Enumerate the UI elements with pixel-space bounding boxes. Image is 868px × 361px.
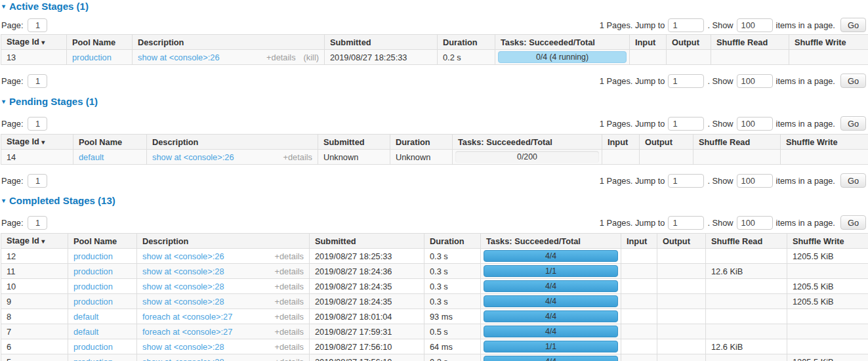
col-pool-name[interactable]: Pool Name bbox=[68, 234, 137, 249]
description-link[interactable]: foreach at <console>:27 bbox=[142, 326, 232, 337]
pending-stages-heading[interactable]: ▾ Pending Stages (1) bbox=[2, 96, 868, 107]
tasks-cell: 4/4 bbox=[481, 354, 621, 361]
details-toggle[interactable]: +details bbox=[275, 341, 304, 352]
completed-stages-heading[interactable]: ▾ Completed Stages (13) bbox=[2, 196, 868, 206]
output-cell bbox=[657, 309, 706, 324]
tasks-cell: 4/4 bbox=[481, 249, 621, 264]
page-number-input[interactable] bbox=[28, 74, 47, 88]
col-duration[interactable]: Duration bbox=[438, 35, 495, 50]
jump-to-page-input[interactable] bbox=[668, 216, 704, 230]
col-submitted[interactable]: Submitted bbox=[318, 135, 390, 150]
col-stage-id[interactable]: Stage Id ▾ bbox=[1, 135, 73, 150]
description-link[interactable]: foreach at <console>:27 bbox=[142, 311, 232, 322]
go-button[interactable]: Go bbox=[840, 18, 866, 32]
page-number-input[interactable] bbox=[28, 117, 47, 131]
sort-desc-icon: ▾ bbox=[41, 138, 45, 146]
pool-name-cell: production bbox=[68, 249, 137, 264]
pool-name-link[interactable]: default bbox=[73, 327, 98, 337]
go-button[interactable]: Go bbox=[840, 74, 866, 88]
items-per-page-input[interactable] bbox=[737, 18, 773, 32]
jump-to-page-input[interactable] bbox=[668, 117, 704, 131]
details-toggle[interactable]: +details bbox=[275, 311, 304, 322]
jump-to-page-input[interactable] bbox=[668, 74, 704, 88]
input-cell bbox=[630, 50, 667, 65]
page-number-input[interactable] bbox=[28, 174, 47, 188]
pool-name-link[interactable]: default bbox=[79, 152, 104, 162]
tasks-progress-bar: 4/4 bbox=[484, 356, 618, 361]
go-button[interactable]: Go bbox=[840, 173, 866, 188]
col-shuffle-read[interactable]: Shuffle Read bbox=[706, 234, 787, 249]
description-link[interactable]: show at <console>:28 bbox=[142, 356, 224, 361]
details-toggle[interactable]: +details bbox=[283, 152, 312, 163]
go-button[interactable]: Go bbox=[840, 116, 866, 131]
pool-name-link[interactable]: production bbox=[73, 251, 113, 261]
col-tasks[interactable]: Tasks: Succeeded/Total bbox=[481, 234, 621, 249]
go-button[interactable]: Go bbox=[840, 215, 866, 230]
description-link[interactable]: show at <console>:26 bbox=[152, 152, 234, 163]
items-per-page-input[interactable] bbox=[737, 117, 773, 131]
col-output[interactable]: Output bbox=[667, 35, 711, 50]
description-link[interactable]: show at <console>:26 bbox=[142, 251, 224, 262]
details-toggle[interactable]: +details bbox=[275, 281, 304, 292]
items-per-page-input[interactable] bbox=[737, 216, 773, 230]
col-tasks[interactable]: Tasks: Succeeded/Total bbox=[495, 35, 630, 50]
col-stage-id[interactable]: Stage Id ▾ bbox=[1, 234, 68, 249]
description-link[interactable]: show at <console>:28 bbox=[142, 341, 224, 352]
details-toggle[interactable]: +details bbox=[275, 296, 304, 307]
description-link[interactable]: show at <console>:28 bbox=[142, 281, 224, 292]
col-output[interactable]: Output bbox=[657, 234, 706, 249]
pool-name-link[interactable]: production bbox=[73, 297, 113, 307]
items-per-page-input[interactable] bbox=[737, 74, 773, 88]
page-number-input[interactable] bbox=[28, 216, 47, 230]
col-input[interactable]: Input bbox=[602, 135, 640, 150]
tasks-progress-bar: 0/200 bbox=[455, 151, 599, 163]
active-stages-heading[interactable]: ▾ Active Stages (1) bbox=[2, 1, 868, 12]
pager-row: Page: 1 Pages. Jump to . Show items in a… bbox=[1, 116, 866, 131]
input-cell bbox=[621, 264, 657, 279]
col-tasks[interactable]: Tasks: Succeeded/Total bbox=[453, 135, 602, 150]
col-duration[interactable]: Duration bbox=[424, 234, 481, 249]
items-per-page-input[interactable] bbox=[737, 174, 773, 188]
jump-to-page-input[interactable] bbox=[668, 18, 704, 32]
details-toggle[interactable]: +details bbox=[266, 52, 295, 63]
col-description[interactable]: Description bbox=[137, 234, 310, 249]
shuffle-write-cell bbox=[781, 150, 868, 165]
col-pool-name[interactable]: Pool Name bbox=[73, 135, 147, 150]
details-toggle[interactable]: +details bbox=[275, 251, 304, 262]
kill-link[interactable]: (kill) bbox=[304, 52, 319, 63]
col-shuffle-read[interactable]: Shuffle Read bbox=[693, 135, 781, 150]
details-toggle[interactable]: +details bbox=[275, 266, 304, 277]
output-cell bbox=[667, 50, 711, 65]
col-description[interactable]: Description bbox=[147, 135, 318, 150]
col-submitted[interactable]: Submitted bbox=[325, 35, 438, 50]
details-toggle[interactable]: +details bbox=[275, 356, 304, 361]
col-shuffle-write[interactable]: Shuffle Write bbox=[787, 234, 868, 249]
progress-label: 4/4 bbox=[484, 326, 618, 337]
jump-to-page-input[interactable] bbox=[668, 174, 704, 188]
page-number-input[interactable] bbox=[28, 18, 47, 32]
col-description[interactable]: Description bbox=[133, 35, 325, 50]
col-shuffle-write[interactable]: Shuffle Write bbox=[789, 35, 868, 50]
col-stage-id[interactable]: Stage Id ▾ bbox=[1, 35, 67, 50]
col-input[interactable]: Input bbox=[621, 234, 657, 249]
collapse-arrow-icon: ▾ bbox=[2, 96, 5, 107]
col-output[interactable]: Output bbox=[640, 135, 693, 150]
col-pool-name[interactable]: Pool Name bbox=[67, 35, 133, 50]
duration-cell: 0.5 s bbox=[424, 324, 481, 339]
col-shuffle-read[interactable]: Shuffle Read bbox=[711, 35, 789, 50]
col-submitted[interactable]: Submitted bbox=[310, 234, 424, 249]
pool-name-link[interactable]: production bbox=[72, 53, 112, 62]
details-toggle[interactable]: +details bbox=[275, 326, 304, 337]
pool-name-link[interactable]: production bbox=[73, 266, 113, 276]
pool-name-link[interactable]: production bbox=[73, 282, 113, 291]
col-shuffle-write[interactable]: Shuffle Write bbox=[781, 135, 868, 150]
pool-name-link[interactable]: production bbox=[73, 342, 113, 352]
duration-cell: 0.3 s bbox=[424, 249, 481, 264]
col-input[interactable]: Input bbox=[630, 35, 667, 50]
description-link[interactable]: show at <console>:28 bbox=[142, 266, 224, 277]
pool-name-link[interactable]: default bbox=[73, 312, 98, 322]
description-link[interactable]: show at <console>:28 bbox=[142, 296, 224, 307]
description-link[interactable]: show at <console>:26 bbox=[138, 52, 220, 63]
col-duration[interactable]: Duration bbox=[390, 135, 453, 150]
pool-name-link[interactable]: production bbox=[73, 357, 113, 361]
